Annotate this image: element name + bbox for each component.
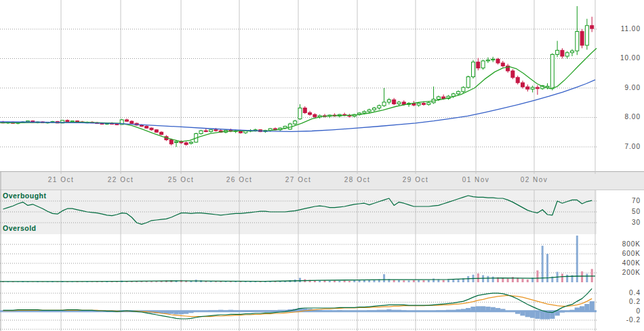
rsi-tick-30: 30 — [600, 219, 641, 227]
date-label-01nov: 01 Nov — [452, 176, 500, 184]
date-label-28oct: 28 Oct — [334, 176, 381, 184]
stock-chart[interactable]: 11.00 10.00 9.00 8.00 7.00 21 Oct 22 Oct… — [0, 0, 644, 331]
price-tick-7: 7.00 — [600, 143, 641, 151]
date-label-26oct: 26 Oct — [216, 176, 263, 184]
macd-tick-02: 0.2 — [600, 298, 641, 306]
price-tick-9: 9.00 — [600, 84, 641, 92]
volume-tick-400k: 400K — [600, 259, 641, 267]
price-tick-10: 10.00 — [600, 54, 641, 62]
rsi-tick-50: 50 — [600, 208, 641, 216]
macd-tick-04: 0.4 — [600, 289, 641, 297]
date-label-02nov: 02 Nov — [510, 176, 558, 184]
date-label-29oct: 29 Oct — [392, 176, 439, 184]
volume-pane — [0, 236, 595, 282]
price-tick-11: 11.00 — [600, 25, 641, 33]
chart-canvas[interactable] — [0, 0, 644, 331]
price-tick-8: 8.00 — [600, 113, 641, 121]
macd-tick-0: 0 — [600, 307, 641, 315]
volume-tick-800k: 800K — [600, 240, 641, 248]
oversold-label: Oversold — [3, 224, 37, 232]
macd-tick-neg02: -0.2 — [600, 316, 641, 324]
rsi-tick-70: 70 — [600, 197, 641, 205]
volume-tick-600k: 600K — [600, 250, 641, 258]
date-label-22oct: 22 Oct — [97, 176, 144, 184]
date-label-25oct: 25 Oct — [157, 176, 205, 184]
volume-tick-200k: 200K — [600, 269, 641, 277]
date-label-27oct: 27 Oct — [275, 176, 322, 184]
overbought-label: Overbought — [3, 192, 47, 200]
date-label-21oct: 21 Oct — [37, 176, 85, 184]
